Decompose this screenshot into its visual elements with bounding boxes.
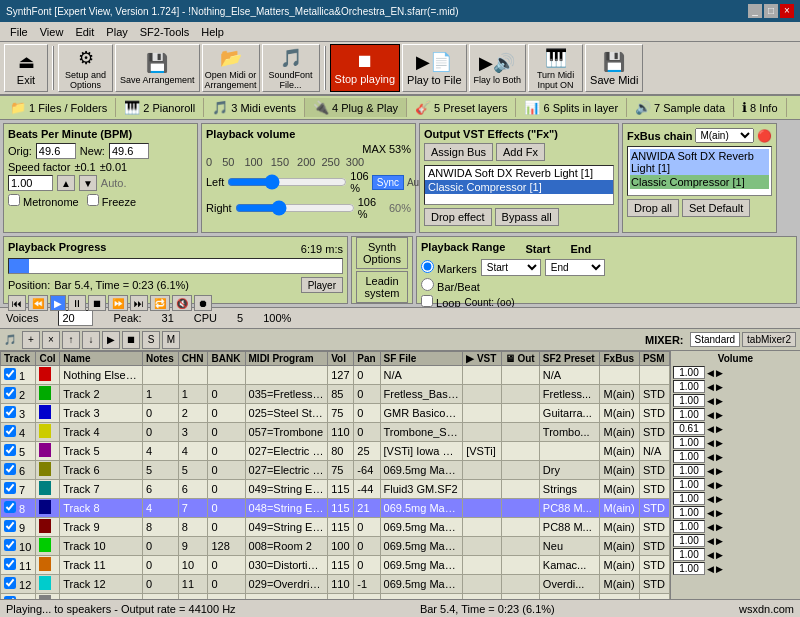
leadin-btn[interactable]: Leadin system xyxy=(356,271,408,303)
sync-button[interactable]: Sync xyxy=(372,175,404,190)
stop-transport-button[interactable]: ⏹ xyxy=(88,295,106,311)
mixer-left-arrow-10[interactable]: ◀ xyxy=(707,494,714,504)
progress-bar-outer[interactable] xyxy=(8,258,343,274)
track-stop-btn[interactable]: ⏹ xyxy=(122,331,140,349)
mixer-right-arrow-12[interactable]: ▶ xyxy=(716,522,723,532)
th-fxbus[interactable]: FxBus xyxy=(600,352,639,366)
mixer-tab-2[interactable]: tabMixer2 xyxy=(742,332,796,347)
save-arrangement-button[interactable]: 💾 Save Arrangement xyxy=(115,44,200,92)
add-track-btn[interactable]: + xyxy=(22,331,40,349)
tab-info[interactable]: ℹ 8 Info xyxy=(734,98,787,117)
track-check-12[interactable] xyxy=(4,577,16,589)
table-row[interactable]: 2 Track 2 1 1 0 035=Fretless Bass 85 0 F… xyxy=(1,385,670,404)
tab-pianoroll[interactable]: 🎹 2 Pianoroll xyxy=(116,98,204,117)
tab-sample[interactable]: 🔊 7 Sample data xyxy=(627,98,734,117)
th-track[interactable]: Track xyxy=(1,352,36,366)
mixer-left-arrow-1[interactable]: ◀ xyxy=(707,368,714,378)
track-check-11[interactable] xyxy=(4,558,16,570)
speed-value-input[interactable] xyxy=(8,175,53,191)
mixer-right-arrow-5[interactable]: ▶ xyxy=(716,424,723,434)
mixer-left-arrow-4[interactable]: ◀ xyxy=(707,410,714,420)
mixer-right-arrow-4[interactable]: ▶ xyxy=(716,410,723,420)
del-track-btn[interactable]: × xyxy=(42,331,60,349)
tab-preset[interactable]: 🎸 5 Preset layers xyxy=(407,98,516,117)
tab-plug[interactable]: 🔌 4 Plug & Play xyxy=(305,98,407,117)
loop-transport-button[interactable]: 🔁 xyxy=(150,295,170,311)
pause-button[interactable]: ⏸ xyxy=(68,295,86,311)
mixer-right-arrow-15[interactable]: ▶ xyxy=(716,564,723,574)
mixer-vol-input-10[interactable] xyxy=(673,492,705,505)
drop-all-button[interactable]: Drop all xyxy=(627,199,679,217)
track-check-6[interactable] xyxy=(4,463,16,475)
track-down-btn[interactable]: ↓ xyxy=(82,331,100,349)
mixer-left-arrow-11[interactable]: ◀ xyxy=(707,508,714,518)
table-row[interactable]: 7 Track 7 6 6 0 049=String Ensem... 115 … xyxy=(1,480,670,499)
mixer-left-arrow-13[interactable]: ◀ xyxy=(707,536,714,546)
markers-radio[interactable] xyxy=(421,260,434,273)
track-check-4[interactable] xyxy=(4,425,16,437)
mixer-vol-input-5[interactable] xyxy=(673,422,705,435)
th-vst[interactable]: ▶ VST xyxy=(463,352,501,366)
speed-down-btn[interactable]: ▼ xyxy=(79,175,97,191)
maximize-button[interactable]: □ xyxy=(764,4,778,18)
table-row[interactable]: 3 Track 3 0 2 0 025=Steel String ... 75 … xyxy=(1,404,670,423)
mixer-left-arrow-7[interactable]: ◀ xyxy=(707,452,714,462)
th-program[interactable]: MIDI Program xyxy=(245,352,328,366)
fxbus-select[interactable]: M(ain) xyxy=(695,128,754,143)
th-out[interactable]: 🖥 Out xyxy=(501,352,539,366)
tab-splits[interactable]: 📊 6 Splits in layer xyxy=(516,98,627,117)
menu-play[interactable]: Play xyxy=(100,24,133,40)
freeze-check-label[interactable]: Freeze xyxy=(87,194,136,208)
mixer-vol-input-1[interactable] xyxy=(673,366,705,379)
track-up-btn[interactable]: ↑ xyxy=(62,331,80,349)
mixer-vol-input-13[interactable] xyxy=(673,534,705,547)
th-sf2preset[interactable]: SF2 Preset xyxy=(539,352,600,366)
mixer-vol-input-15[interactable] xyxy=(673,562,705,575)
table-row[interactable]: 4 Track 4 0 3 0 057=Trombone 110 0 Tromb… xyxy=(1,423,670,442)
mixer-vol-input-3[interactable] xyxy=(673,394,705,407)
stop-button[interactable]: ⏹ Stop playing xyxy=(330,44,401,92)
mixer-vol-input-4[interactable] xyxy=(673,408,705,421)
mixer-right-arrow-1[interactable]: ▶ xyxy=(716,368,723,378)
play-button[interactable]: ▶ xyxy=(50,295,66,311)
mixer-tab-standard[interactable]: Standard xyxy=(690,332,741,347)
th-bank[interactable]: BANK xyxy=(208,352,245,366)
save-midi-button[interactable]: 💾 Save Midi xyxy=(585,44,643,92)
markers-radio-label[interactable]: Markers xyxy=(421,260,477,275)
end-select[interactable]: End xyxy=(545,259,605,276)
prev-button[interactable]: ⏪ xyxy=(28,295,48,311)
table-row[interactable]: 12 Track 12 0 11 0 029=Overdriven G... 1… xyxy=(1,575,670,594)
open-midi-button[interactable]: 📂 Open Midi or Arrangement xyxy=(202,44,260,92)
left-slider[interactable] xyxy=(227,176,347,188)
mixer-left-arrow-6[interactable]: ◀ xyxy=(707,438,714,448)
speed-up-btn[interactable]: ▲ xyxy=(57,175,75,191)
track-check-1[interactable] xyxy=(4,368,16,380)
mixer-left-arrow-3[interactable]: ◀ xyxy=(707,396,714,406)
table-row[interactable]: 10 Track 10 0 9 128 008=Room 2 100 0 069… xyxy=(1,537,670,556)
mixer-right-arrow-10[interactable]: ▶ xyxy=(716,494,723,504)
th-notes[interactable]: Notes xyxy=(142,352,178,366)
table-row[interactable]: 5 Track 5 4 4 0 027=Electric Clea... 80 … xyxy=(1,442,670,461)
track-check-9[interactable] xyxy=(4,520,16,532)
exit-button[interactable]: ⏏ Exit xyxy=(4,44,48,92)
metronome-checkbox[interactable] xyxy=(8,194,20,206)
th-pan[interactable]: Pan xyxy=(354,352,380,366)
track-solo-btn[interactable]: S xyxy=(142,331,160,349)
window-controls[interactable]: _ □ × xyxy=(748,4,794,18)
mixer-right-arrow-6[interactable]: ▶ xyxy=(716,438,723,448)
mixer-left-arrow-9[interactable]: ◀ xyxy=(707,480,714,490)
th-name[interactable]: Name xyxy=(60,352,143,366)
drop-effect-button[interactable]: Drop effect xyxy=(424,208,492,226)
menu-file[interactable]: File xyxy=(4,24,34,40)
table-row[interactable]: 8 Track 8 4 7 0 048=String Ensem... 115 … xyxy=(1,499,670,518)
mixer-vol-input-12[interactable] xyxy=(673,520,705,533)
freeze-checkbox[interactable] xyxy=(87,194,99,206)
menu-edit[interactable]: Edit xyxy=(69,24,100,40)
mixer-right-arrow-7[interactable]: ▶ xyxy=(716,452,723,462)
tab-files[interactable]: 📁 1 Files / Folders xyxy=(2,98,116,117)
mixer-left-arrow-5[interactable]: ◀ xyxy=(707,424,714,434)
soundfont-button[interactable]: 🎵 SoundFont File... xyxy=(262,44,320,92)
right-slider[interactable] xyxy=(235,202,355,214)
synth-btn[interactable]: Synth Options xyxy=(356,237,408,269)
mute-button[interactable]: 🔇 xyxy=(172,295,192,311)
